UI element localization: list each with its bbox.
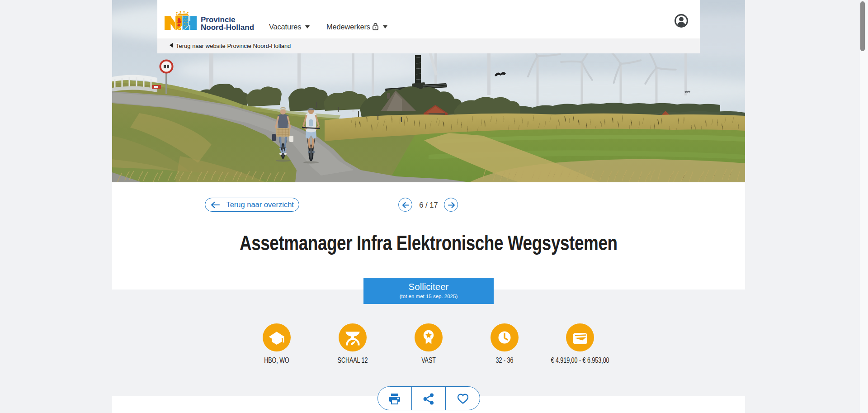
svg-text:Noord-Holland: Noord-Holland (201, 23, 254, 32)
